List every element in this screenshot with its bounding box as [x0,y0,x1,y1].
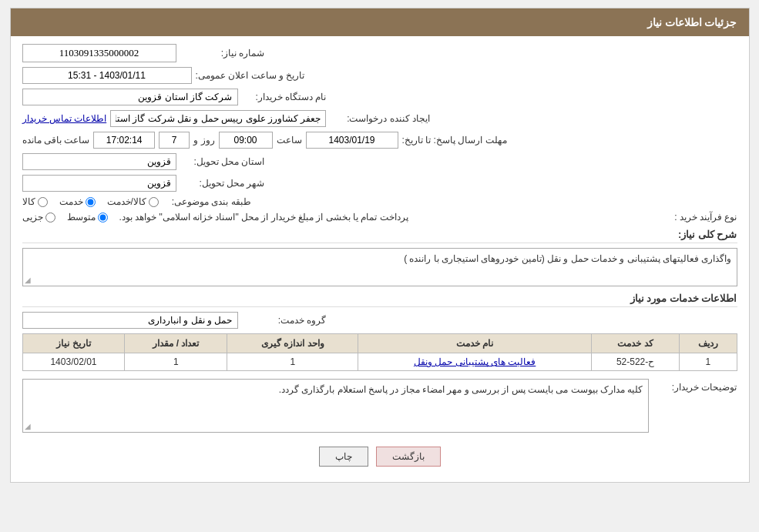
description-title-text: شرح کلی نیاز: [678,229,737,240]
col-header-service-name: نام خدمت [358,334,591,353]
buyer-notes-row: توضیحات خریدار: کلیه مدارک بیوست می بایس… [22,379,737,433]
deadline-days-label: روز و [193,135,214,146]
services-title-text: اطلاعات خدمات مورد نیاز [630,293,737,304]
deadline-row: مهلت ارسال پاسخ: تا تاریخ: ساعت روز و سا… [22,132,737,149]
category-label: طبقه بندی موضوعی: [166,196,251,207]
category-option-goods-label: کالا [22,196,35,207]
buttons-row: بازگشت چاپ [22,439,737,474]
need-number-row: شماره نیاز: [22,44,737,62]
category-option-goods[interactable]: کالا [22,196,48,207]
col-header-row-num: ردیف [680,334,737,353]
category-option-goods-services[interactable]: کالا/خدمت [107,196,159,207]
purchase-type-options: پرداخت تمام یا بخشی از مبلغ خریدار از مح… [22,212,645,223]
deadline-date-input[interactable] [306,132,398,149]
announce-date-row: تاریخ و ساعت اعلان عمومی: [22,67,737,84]
announce-date-input[interactable] [22,67,192,84]
province-delivery-input[interactable] [22,153,176,170]
category-option-service[interactable]: خدمت [59,196,96,207]
category-radio-goods[interactable] [38,197,48,207]
need-number-input[interactable] [22,44,176,62]
category-row: طبقه بندی موضوعی: کالا/خدمت خدمت کالا [22,196,737,207]
table-row: 1ح-522-52فعالیت های پشتیبانی حمل ونقل111… [22,353,737,371]
buyer-name-input[interactable] [22,89,238,105]
category-radio-goods-services[interactable] [149,197,159,207]
purchase-type-label: نوع فرآیند خرید : [653,212,737,223]
services-section-title: اطلاعات خدمات مورد نیاز [22,293,737,307]
province-delivery-row: استان محل تحویل: [22,153,737,170]
content-area: شماره نیاز: تاریخ و ساعت اعلان عمومی: نا… [11,36,749,482]
page-container: جزئیات اطلاعات نیاز شماره نیاز: تاریخ و … [10,8,750,483]
description-text: واگذاری فعالیتهای پشتیبانی و خدمات حمل و… [404,253,731,264]
buyer-notes-text: کلیه مدارک بیوست می بایست پس از بررسی و … [279,384,643,395]
buyer-notes-box: کلیه مدارک بیوست می بایست پس از بررسی و … [22,379,649,433]
city-delivery-row: شهر محل تحویل: [22,175,737,192]
page-title: جزئیات اطلاعات نیاز [647,16,737,28]
purchase-type-radio-medium[interactable] [98,212,108,223]
cell-date: 1403/02/01 [22,353,125,371]
cell-service-code: ح-522-52 [591,353,680,371]
cell-unit: 1 [227,353,358,371]
purchase-type-medium[interactable]: متوسط [67,212,108,223]
city-delivery-input[interactable] [22,175,176,192]
description-section-title: شرح کلی نیاز: [22,229,737,243]
purchase-type-medium-label: متوسط [67,212,96,223]
back-button[interactable]: بازگشت [376,447,441,467]
page-header: جزئیات اطلاعات نیاز [11,8,749,36]
province-delivery-label: استان محل تحویل: [180,156,265,167]
buyer-notes-resize-icon[interactable]: ◢ [25,422,31,430]
table-header-row: ردیف کد خدمت نام خدمت واحد اندازه گیری ت… [22,334,737,353]
category-option-service-label: خدمت [59,196,83,207]
deadline-remaining-label: ساعت باقی مانده [22,135,90,146]
category-option-goods-services-label: کالا/خدمت [107,196,146,207]
service-group-row: گروه خدمت: [22,312,737,329]
deadline-days-input[interactable] [159,132,190,149]
purchase-type-partial[interactable]: جزیی [22,212,55,223]
buyer-name-label: نام دستگاه خریدار: [238,92,331,102]
category-radio-group: کالا/خدمت خدمت کالا [22,196,159,207]
creator-label: ایجاد کننده درخواست: [330,113,430,124]
purchase-type-partial-label: جزیی [22,212,43,223]
col-header-quantity: تعداد / مقدار [125,334,227,353]
description-box: واگذاری فعالیتهای پشتیبانی و خدمات حمل و… [22,248,737,286]
category-radio-service[interactable] [86,197,96,207]
announce-label: تاریخ و ساعت اعلان عمومی: [196,70,305,81]
table-section: ردیف کد خدمت نام خدمت واحد اندازه گیری ت… [22,333,737,371]
description-row: واگذاری فعالیتهای پشتیبانی و خدمات حمل و… [22,248,737,286]
creator-input[interactable] [110,110,326,127]
purchase-type-note: پرداخت تمام یا بخشی از مبلغ خریدار از مح… [119,212,408,223]
resize-handle-icon[interactable]: ◢ [25,276,31,284]
city-delivery-label: شهر محل تحویل: [180,178,265,189]
need-number-label: شماره نیاز: [176,48,269,59]
cell-quantity: 1 [125,353,227,371]
col-header-unit: واحد اندازه گیری [227,334,358,353]
col-header-date: تاریخ نیاز [22,334,125,353]
cell-row-num: 1 [680,353,737,371]
services-table: ردیف کد خدمت نام خدمت واحد اندازه گیری ت… [22,333,737,371]
deadline-label: مهلت ارسال پاسخ: تا تاریخ: [402,135,507,146]
col-header-service-code: کد خدمت [591,334,680,353]
buyer-name-row: نام دستگاه خریدار: [22,89,737,105]
buyer-notes-label: توضیحات خریدار: [653,379,737,393]
deadline-time-input[interactable] [219,132,273,149]
service-group-input[interactable] [22,312,238,329]
deadline-remaining-input[interactable] [93,132,155,149]
creator-info-link[interactable]: اطلاعات تماس خریدار [22,113,107,124]
print-button[interactable]: چاپ [319,447,368,467]
cell-service-name[interactable]: فعالیت های پشتیبانی حمل ونقل [358,353,591,371]
deadline-time-label: ساعت [277,135,302,146]
creator-row: ایجاد کننده درخواست: اطلاعات تماس خریدار [22,110,737,127]
purchase-type-radio-partial[interactable] [45,212,55,223]
service-group-label: گروه خدمت: [242,315,327,326]
purchase-type-row: نوع فرآیند خرید : پرداخت تمام یا بخشی از… [22,212,737,223]
